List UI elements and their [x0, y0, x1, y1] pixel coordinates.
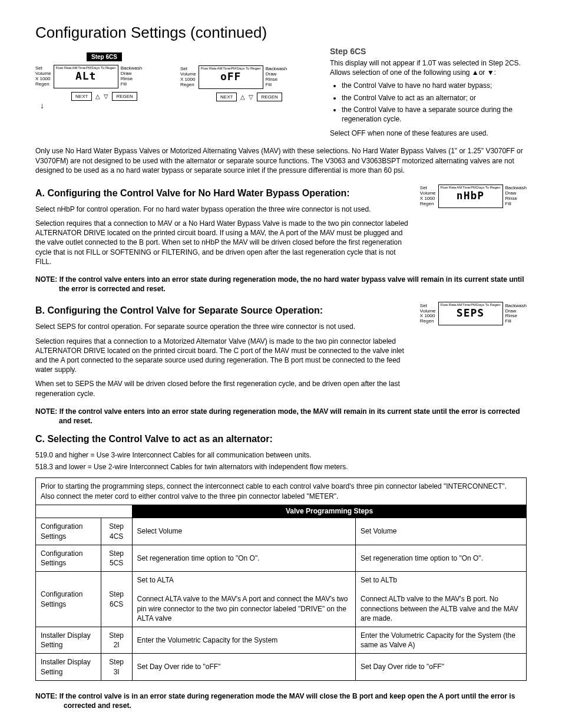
table-row: Configuration Settings Step 4CS Select V… — [36, 518, 527, 545]
up-icon[interactable]: △ — [95, 93, 100, 100]
section-a-heading: A. Configuring the Control Valve for No … — [35, 188, 408, 199]
next-button[interactable]: NEXT — [216, 93, 237, 101]
step6cs-bullet: the Control Valve to have no hard water … — [342, 81, 527, 90]
valve-programming-table: Valve Programming Steps Configuration Se… — [35, 505, 527, 681]
step6cs-description: Step 6CS This display will not appear if… — [330, 47, 527, 141]
section-a-p2: Selection requires that a connection to … — [35, 219, 408, 266]
lcd-text: SEPS — [439, 307, 502, 319]
table-row: Installer Display Setting Step 3I Set Da… — [36, 654, 527, 680]
section-c-heading: C. Selecting the Control Valve to act as… — [35, 434, 527, 444]
down-icon[interactable]: ▽ — [104, 93, 108, 100]
up-icon[interactable]: △ — [240, 94, 245, 100]
regen-button[interactable]: REGEN — [112, 92, 137, 101]
interconnect-info-box: Prior to starting the programming steps,… — [35, 477, 527, 504]
section-a-note: NOTE: If the control valve enters into a… — [35, 275, 527, 294]
lcd-text: nHbP — [439, 189, 502, 202]
lcd-text: ALt — [55, 70, 117, 82]
step6cs-p1: This display will not appear if 1.0T was… — [330, 58, 527, 77]
lcd-lbl: Flow Rate — [201, 67, 217, 70]
lcd-left-labels: Set Volume X 1000 Regen — [35, 66, 51, 87]
down-icon[interactable]: ▽ — [249, 94, 253, 100]
step-chip: Step 6CS — [87, 52, 122, 61]
step6cs-p2: Select OFF when none of these features a… — [330, 129, 527, 138]
final-note: NOTE: If the control valve is in an erro… — [35, 691, 527, 710]
usage-paragraph: Only use No Hard Water Bypass Valves or … — [35, 146, 527, 175]
table-row: Configuration Settings Step 6CS Set to A… — [36, 572, 527, 627]
table-row: Installer Display Setting Step 2I Enter … — [36, 627, 527, 654]
step6cs-heading: Step 6CS — [330, 47, 527, 56]
section-b-p2: Selection requires that a connection to … — [35, 337, 408, 375]
diagram-step6cs-alt: Step 6CS Set Volume X 1000 Regen Flow Ra… — [35, 52, 173, 141]
lcd-left-labels: Set Volume X 1000 Regen — [180, 67, 196, 87]
next-button[interactable]: NEXT — [71, 92, 92, 101]
page-title: Configuration Settings (continued) — [35, 24, 527, 42]
section-b-p1: Select SEPS for control operation. For s… — [35, 322, 408, 331]
section-b-p3: When set to SEPS the MAV will be driven … — [35, 379, 408, 398]
regen-button[interactable]: REGEN — [257, 93, 282, 101]
lcd-right-labels: Backwash Draw Rinse Fill — [266, 67, 287, 87]
section-b-heading: B. Configuring the Control Valve for Sep… — [35, 305, 408, 316]
section-b-note: NOTE: If the control valve enters into a… — [35, 407, 527, 426]
lcd-right-labels: Backwash Draw Rinse Fill — [121, 66, 142, 87]
fig-seps: Set Volume X 1000 Regen Flow Rate AM Tim… — [420, 302, 527, 325]
table-header: Valve Programming Steps — [132, 505, 526, 518]
table-row: Configuration Settings Step 5CS Set rege… — [36, 545, 527, 571]
section-a-p1: Select nHbP for control operation. For n… — [35, 205, 408, 214]
arrow-down-icon: ↓ — [40, 101, 173, 110]
lcd-lbl: Flow Rate — [56, 66, 72, 70]
step6cs-bullet: the Control Valve to act as an alternato… — [342, 93, 527, 103]
diagram-step6cs-off: Set Volume X 1000 Regen Flow Rate AM Tim… — [180, 52, 318, 141]
fig-nhbp: Set Volume X 1000 Regen Flow Rate AM Tim… — [420, 185, 527, 208]
lcd-text: oFF — [200, 70, 262, 83]
step6cs-bullet: the Control Valve to have a separate sou… — [342, 105, 527, 124]
diagrams-area: Step 6CS Set Volume X 1000 Regen Flow Ra… — [35, 47, 318, 141]
section-c-p1: 519.0 and higher = Use 3-wire Interconne… — [35, 450, 527, 460]
section-c-p2: 518.3 and lower = Use 2-wire Interconnec… — [35, 462, 527, 472]
